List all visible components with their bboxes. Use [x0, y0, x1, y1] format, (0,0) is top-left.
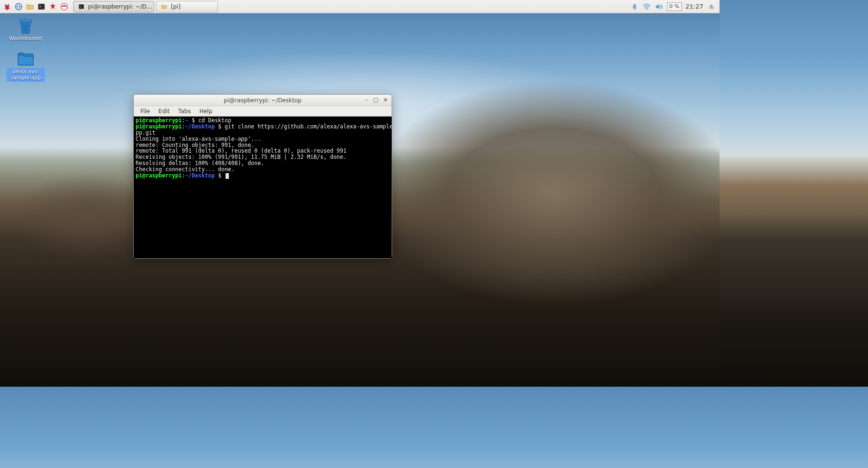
svg-point-4 [8, 7, 10, 9]
system-tray: 0 % 21:27 [630, 0, 720, 13]
wifi-icon[interactable] [642, 2, 651, 11]
svg-point-15 [646, 9, 647, 10]
menu-help[interactable]: Help [196, 107, 216, 116]
clock[interactable]: 21:27 [686, 3, 703, 10]
redhat-icon[interactable] [59, 1, 69, 12]
maximize-button[interactable]: ▢ [372, 96, 380, 104]
wastebasket-icon[interactable]: Wastebasket [7, 17, 45, 41]
minimize-button[interactable]: – [362, 96, 371, 104]
trash-icon [16, 17, 35, 34]
bomb-icon[interactable] [48, 1, 58, 12]
menu-tabs[interactable]: Tabs [174, 107, 195, 116]
taskbar-filemanager-button[interactable]: [pi] [156, 1, 218, 12]
svg-rect-16 [709, 8, 713, 9]
menu-file[interactable]: File [137, 107, 154, 116]
taskbar-filemanager-label: [pi] [171, 3, 180, 10]
top-panel: >_ >_ pi@raspberrypi: ~/D... [pi] [0, 0, 720, 13]
taskbar-buttons: >_ pi@raspberrypi: ~/D... [pi] [73, 0, 220, 13]
window-controls: – ▢ ✕ [362, 96, 390, 104]
svg-text:>_: >_ [39, 4, 44, 9]
file-manager-icon[interactable] [25, 1, 35, 12]
menu-edit[interactable]: Edit [155, 107, 173, 116]
alexa-folder-label: alexa-avs-sample-app [7, 68, 45, 81]
window-titlebar[interactable]: pi@raspberrypi: ~/Desktop – ▢ ✕ [134, 95, 392, 106]
cpu-usage-label: 0 % [670, 3, 680, 10]
cpu-usage-indicator[interactable]: 0 % [667, 2, 682, 11]
svg-point-3 [5, 7, 7, 9]
taskbar-terminal-label: pi@raspberrypi: ~/D... [88, 3, 152, 10]
svg-text:>_: >_ [80, 5, 83, 8]
terminal-icon: >_ [78, 3, 85, 10]
volume-icon[interactable] [655, 2, 663, 11]
close-button[interactable]: ✕ [381, 96, 390, 104]
desktop-icons: Wastebasket alexa-avs-sample-app [7, 17, 45, 82]
taskbar-terminal-button[interactable]: >_ pi@raspberrypi: ~/D... [73, 1, 154, 12]
raspberry-menu-icon[interactable] [2, 1, 12, 12]
bluetooth-icon[interactable] [630, 2, 639, 11]
window-title: pi@raspberrypi: ~/Desktop [224, 97, 301, 104]
terminal-menubar: File Edit Tabs Help [134, 106, 392, 117]
terminal-window[interactable]: pi@raspberrypi: ~/Desktop – ▢ ✕ File Edi… [133, 94, 392, 259]
wastebasket-label: Wastebasket [9, 35, 42, 41]
folder-icon [160, 3, 168, 10]
eject-icon[interactable] [707, 2, 716, 11]
svg-point-5 [6, 8, 8, 10]
terminal-launcher-icon[interactable]: >_ [36, 1, 47, 12]
terminal-cursor [226, 173, 229, 179]
web-browser-icon[interactable] [13, 1, 24, 12]
clock-label: 21:27 [686, 3, 703, 10]
folder-icon [16, 50, 35, 67]
panel-launchers: >_ [0, 0, 71, 13]
alexa-folder-icon[interactable]: alexa-avs-sample-app [7, 50, 45, 81]
svg-marker-11 [50, 3, 56, 9]
terminal-output[interactable]: pi@raspberrypi:~ $ cd Desktoppi@raspberr… [134, 117, 392, 258]
terminal-line: pi@raspberrypi:~/Desktop $ [136, 173, 390, 179]
terminal-line: pi@raspberrypi:~/Desktop $ git clone htt… [136, 124, 390, 130]
svg-rect-17 [20, 20, 31, 22]
